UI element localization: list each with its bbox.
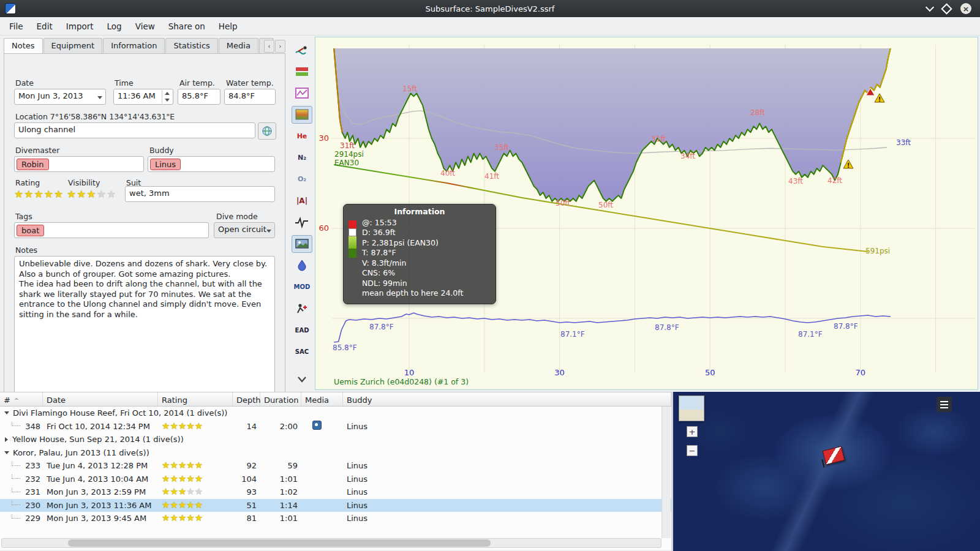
- deco-icon[interactable]: [292, 299, 312, 317]
- minimize-icon[interactable]: [925, 3, 934, 12]
- star-icon: ★: [178, 500, 186, 511]
- nitrogen-graph-icon[interactable]: N₂: [292, 149, 312, 167]
- star-icon[interactable]: ★: [34, 188, 44, 200]
- date-field[interactable]: Mon Jun 3, 2013: [14, 89, 106, 105]
- map-overview-inset[interactable]: [679, 395, 704, 421]
- scrollbar-thumb[interactable]: [68, 539, 491, 547]
- star-icon[interactable]: ★: [14, 188, 24, 200]
- window-titlebar: Subsurface: SampleDivesV2.ssrf: [0, 0, 980, 17]
- dive-row[interactable]: 348Fri Oct 10, 2014 12:34 PM★★★★★142:00L…: [0, 420, 671, 433]
- heatmap-icon[interactable]: [292, 106, 312, 124]
- chevron-down-icon[interactable]: [4, 411, 9, 414]
- time-field[interactable]: 11:36 AM: [113, 89, 173, 105]
- divemaster-chip[interactable]: Robin: [17, 159, 49, 170]
- media-dot: [315, 423, 318, 426]
- tab-scroll-left-icon[interactable]: ‹: [264, 40, 274, 53]
- media-icon[interactable]: [312, 421, 322, 430]
- location-globe-button[interactable]: [258, 122, 276, 140]
- menu-view[interactable]: View: [129, 18, 162, 34]
- dive-mode-icon[interactable]: [292, 41, 312, 59]
- maximize-icon[interactable]: [941, 3, 952, 14]
- menu-file[interactable]: File: [2, 18, 30, 34]
- dive-list-horizontal-scrollbar[interactable]: [1, 538, 662, 548]
- dive-list-vertical-scrollbar[interactable]: [662, 407, 671, 538]
- dive-mode-select[interactable]: Open circuit: [214, 222, 275, 238]
- zoom-out-button[interactable]: −: [687, 445, 698, 456]
- trip-row[interactable]: Yellow House, Sun Sep 21, 2014 (1 dive(s…: [0, 433, 671, 446]
- star-icon[interactable]: ★: [87, 188, 97, 200]
- menu-import[interactable]: Import: [59, 18, 100, 34]
- tab-notes[interactable]: Notes: [4, 38, 43, 53]
- notes-textarea[interactable]: Unbelievable dive. Dozens and dozens of …: [14, 256, 275, 403]
- ead-icon[interactable]: EAD: [292, 321, 312, 339]
- suit-field[interactable]: wet, 3mm: [125, 186, 275, 202]
- star-icon[interactable]: ★: [67, 188, 77, 200]
- menu-log[interactable]: Log: [100, 18, 129, 34]
- tab-media[interactable]: Media: [219, 38, 258, 53]
- column-header-depth[interactable]: Depth: [233, 392, 260, 406]
- ceiling-bars-icon[interactable]: [292, 62, 312, 80]
- buddy-field[interactable]: Linus: [148, 156, 275, 172]
- star-icon[interactable]: ★: [97, 188, 107, 200]
- ruler-icon[interactable]: |A|: [292, 192, 312, 209]
- tab-statistics[interactable]: Statistics: [165, 38, 217, 53]
- spin-down-icon[interactable]: [165, 99, 170, 102]
- trip-row[interactable]: Divi Flamingo House Reef, Fri Oct 10, 20…: [0, 407, 671, 420]
- photos-icon[interactable]: [292, 235, 312, 253]
- column-header-date[interactable]: Date: [43, 392, 158, 406]
- profile-toolbar: HeN₂O₂|A|MODEADSAC: [290, 39, 314, 391]
- sac-icon[interactable]: SAC: [292, 343, 312, 361]
- tooltip-row: @: 15:53: [362, 218, 491, 228]
- tree-line-icon: [12, 461, 20, 466]
- menu-edit[interactable]: Edit: [30, 18, 59, 34]
- helium-graph-icon[interactable]: He: [292, 127, 312, 145]
- collapse-icon[interactable]: [292, 371, 312, 389]
- map-menu-button[interactable]: [937, 397, 952, 412]
- menu-help[interactable]: Help: [212, 18, 244, 34]
- star-icon[interactable]: ★: [24, 188, 34, 200]
- dive-row[interactable]: 229Mon Jun 3, 2013 9:45 AM★★★★★811:01Lin…: [0, 512, 671, 525]
- location-field[interactable]: Ulong channel: [14, 122, 255, 138]
- oxygen-graph-icon[interactable]: O₂: [292, 170, 312, 188]
- visibility-stars[interactable]: ★★★★★: [67, 189, 116, 200]
- dive-row[interactable]: 231Mon Jun 3, 2013 2:59 PM★★★★★931:02Lin…: [0, 485, 671, 499]
- tags-field[interactable]: boat: [14, 222, 209, 238]
- star-icon[interactable]: ★: [54, 188, 64, 200]
- buddy-chip[interactable]: Linus: [150, 159, 181, 170]
- column-header-duration[interactable]: Duration: [260, 392, 301, 406]
- column-header-num[interactable]: #^: [0, 392, 43, 406]
- trip-row[interactable]: Koror, Palau, Jun 2013 (11 dive(s)): [0, 446, 671, 460]
- zoom-in-button[interactable]: +: [687, 426, 698, 437]
- dive-row[interactable]: 230Mon Jun 3, 2013 11:36 AM★★★★★511:14Li…: [0, 499, 671, 512]
- divemaster-field[interactable]: Robin: [14, 156, 144, 172]
- star-icon[interactable]: ★: [77, 188, 86, 200]
- chevron-down-icon[interactable]: [4, 451, 9, 454]
- rating-stars[interactable]: ★★★★★: [14, 189, 64, 200]
- heartrate-icon[interactable]: [292, 214, 312, 231]
- star-icon[interactable]: ★: [107, 188, 116, 200]
- air-temp-field[interactable]: 85.8°F: [178, 89, 221, 105]
- column-header-rating[interactable]: Rating: [158, 392, 233, 406]
- tag-chip[interactable]: boat: [17, 225, 44, 236]
- close-icon[interactable]: [960, 3, 971, 14]
- star-icon[interactable]: ★: [44, 188, 54, 200]
- dive-rating: ★★★★★: [158, 500, 233, 511]
- menu-share-on[interactable]: Share on: [162, 18, 212, 34]
- tab-equipment[interactable]: Equipment: [43, 38, 103, 53]
- column-header-media[interactable]: Media: [301, 392, 343, 406]
- tissues-icon[interactable]: [292, 257, 312, 274]
- dive-row[interactable]: 233Tue Jun 4, 2013 12:28 PM★★★★★9259Linu…: [0, 459, 671, 473]
- date-label: Date: [15, 78, 34, 88]
- dive-row[interactable]: 232Tue Jun 4, 2013 10:04 AM★★★★★1041:01L…: [0, 473, 671, 486]
- spin-up-icon[interactable]: [165, 92, 170, 95]
- calc-ceiling-icon[interactable]: [292, 84, 312, 102]
- chevron-right-icon[interactable]: [5, 437, 8, 442]
- dive-site-flag-marker[interactable]: [823, 446, 845, 465]
- mod-icon[interactable]: MOD: [292, 278, 312, 296]
- time-spinner[interactable]: [162, 90, 172, 103]
- column-header-buddy[interactable]: Buddy: [343, 392, 671, 406]
- map-panel[interactable]: + −: [673, 392, 980, 551]
- tab-information[interactable]: Information: [103, 38, 165, 53]
- tab-scroll-right-icon[interactable]: ›: [275, 40, 285, 53]
- water-temp-field[interactable]: 84.8°F: [224, 89, 276, 105]
